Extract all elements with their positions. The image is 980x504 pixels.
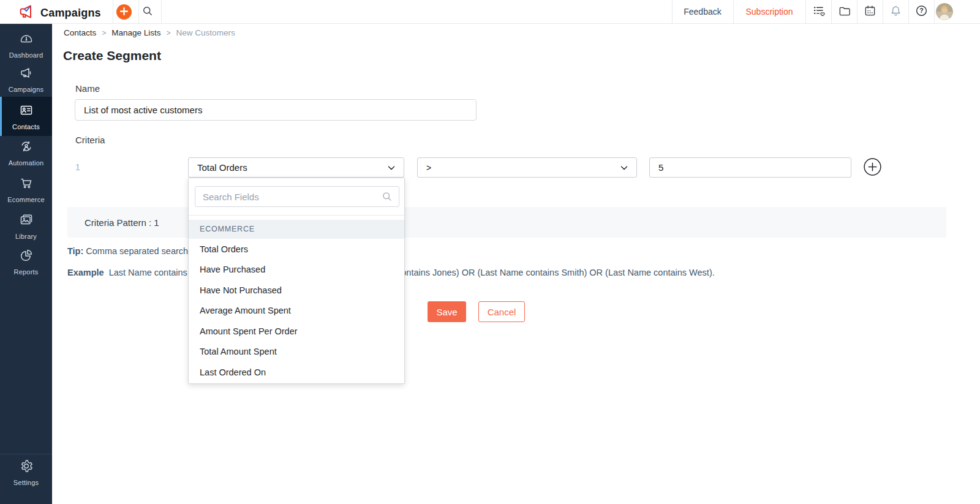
segment-name-input[interactable] — [75, 99, 477, 121]
search-icon — [382, 191, 393, 205]
notifications-button[interactable] — [883, 0, 908, 23]
sidebar-item-label: Library — [15, 233, 37, 240]
cart-icon — [19, 176, 34, 193]
campaigns-logo-icon — [17, 3, 36, 23]
library-icon — [19, 213, 34, 230]
global-search-button[interactable] — [141, 6, 154, 19]
breadcrumb-contacts[interactable]: Contacts — [64, 28, 96, 37]
header-divider — [934, 0, 935, 23]
bell-icon — [889, 4, 902, 20]
user-avatar[interactable] — [936, 3, 953, 20]
dropdown-search — [195, 186, 399, 207]
files-button[interactable] — [831, 0, 857, 23]
gauge-icon — [19, 31, 34, 48]
dropdown-item-average-amount-spent[interactable]: Average Amount Spent — [189, 301, 404, 322]
sidebar-item-label: Contacts — [12, 123, 40, 130]
dropdown-item-amount-spent-per-order[interactable]: Amount Spent Per Order — [189, 321, 404, 342]
chevron-down-icon — [620, 164, 628, 174]
gear-icon — [19, 459, 34, 476]
search-icon — [142, 6, 153, 19]
app-logo[interactable]: Campaigns — [17, 3, 101, 23]
sidebar-item-label: Automation — [9, 159, 44, 167]
criteria-value-input[interactable] — [649, 157, 851, 178]
app-title: Campaigns — [40, 7, 101, 20]
criteria-field-value: Total Orders — [189, 162, 247, 173]
chevron-right-icon: > — [167, 29, 171, 37]
save-button[interactable]: Save — [428, 301, 466, 322]
dropdown-item-last-ordered-on[interactable]: Last Ordered On — [189, 362, 404, 383]
subscription-link[interactable]: Subscription — [733, 0, 805, 23]
sidebar-item-settings[interactable]: Settings — [0, 459, 52, 486]
dropdown-search-input[interactable] — [195, 186, 399, 207]
help-button[interactable]: ? — [908, 0, 934, 23]
plus-circle-icon — [864, 167, 881, 178]
chevron-down-icon — [387, 164, 396, 174]
breadcrumb: Contacts > Manage Lists > New Customers — [64, 28, 235, 37]
dropdown-list: Total Orders Have Purchased Have Not Pur… — [189, 239, 404, 383]
tip-label: Tip: — [67, 246, 83, 256]
sidebar-item-automation[interactable]: Automation — [0, 139, 52, 167]
create-new-button[interactable] — [116, 4, 132, 20]
header-divider — [138, 0, 139, 23]
name-label: Name — [75, 83, 100, 94]
contact-card-icon — [19, 103, 34, 120]
sidebar-item-label: Settings — [13, 479, 39, 486]
sidebar-item-label: Reports — [14, 268, 39, 276]
sidebar-item-campaigns[interactable]: Campaigns — [0, 66, 52, 93]
sidebar-divider — [0, 454, 52, 454]
question-circle-icon: ? — [915, 4, 928, 20]
dropdown-group-header: ECOMMERCE — [189, 220, 404, 239]
cancel-button[interactable]: Cancel — [478, 301, 525, 322]
criteria-row-number: 1 — [75, 162, 80, 172]
dropdown-divider — [189, 215, 404, 216]
criteria-operator-value: > — [418, 163, 431, 173]
sidebar-nav: Dashboard Campaigns Contacts — [0, 24, 52, 504]
calendar-icon — [864, 4, 876, 20]
sidebar-item-label: Dashboard — [9, 51, 43, 59]
dropdown-item-total-amount-spent[interactable]: Total Amount Spent — [189, 342, 404, 363]
svg-text:?: ? — [919, 7, 923, 14]
criteria-operator-select[interactable]: > — [417, 157, 637, 178]
app-window: Campaigns Feedback Subscription — [0, 0, 980, 504]
page-title: Create Segment — [63, 48, 161, 63]
dropdown-item-total-orders[interactable]: Total Orders — [189, 239, 404, 260]
example-label: Example — [67, 268, 104, 277]
calendar-button[interactable] — [857, 0, 883, 23]
chevron-right-icon: > — [102, 29, 106, 37]
sidebar-item-library[interactable]: Library — [0, 213, 52, 240]
add-criteria-button[interactable] — [864, 158, 881, 176]
sidebar-item-reports[interactable]: Reports — [0, 248, 52, 276]
activity-list-button[interactable] — [805, 0, 831, 23]
form-actions: Save Cancel — [428, 301, 525, 322]
breadcrumb-manage-lists[interactable]: Manage Lists — [111, 28, 160, 37]
header-divider — [161, 0, 162, 23]
criteria-pattern-text: Criteria Pattern : 1 — [85, 217, 159, 228]
automation-icon — [19, 139, 34, 156]
megaphone-icon — [19, 66, 34, 83]
list-heart-icon — [812, 4, 825, 20]
feedback-link[interactable]: Feedback — [672, 0, 733, 23]
criteria-field-select[interactable]: Total Orders — [188, 157, 404, 178]
sidebar-item-contacts[interactable]: Contacts — [0, 97, 52, 136]
main-content: Contacts > Manage Lists > New Customers … — [52, 24, 980, 504]
dropdown-item-have-not-purchased[interactable]: Have Not Purchased — [189, 280, 404, 301]
active-indicator — [0, 97, 2, 136]
field-dropdown-panel: ECOMMERCE Total Orders Have Purchased Ha… — [188, 178, 405, 384]
top-header: Campaigns Feedback Subscription — [0, 0, 980, 24]
sidebar-item-ecommerce[interactable]: Ecommerce — [0, 176, 52, 203]
folder-icon — [838, 4, 851, 20]
header-divider — [113, 0, 113, 23]
breadcrumb-current: New Customers — [176, 28, 235, 37]
sidebar-item-dashboard[interactable]: Dashboard — [0, 31, 52, 59]
criteria-label: Criteria — [75, 135, 105, 145]
dropdown-item-have-purchased[interactable]: Have Purchased — [189, 260, 404, 280]
sidebar-item-label: Campaigns — [9, 86, 43, 93]
pie-chart-icon — [19, 248, 34, 265]
plus-icon — [120, 7, 128, 18]
sidebar-item-label: Ecommerce — [7, 196, 44, 203]
